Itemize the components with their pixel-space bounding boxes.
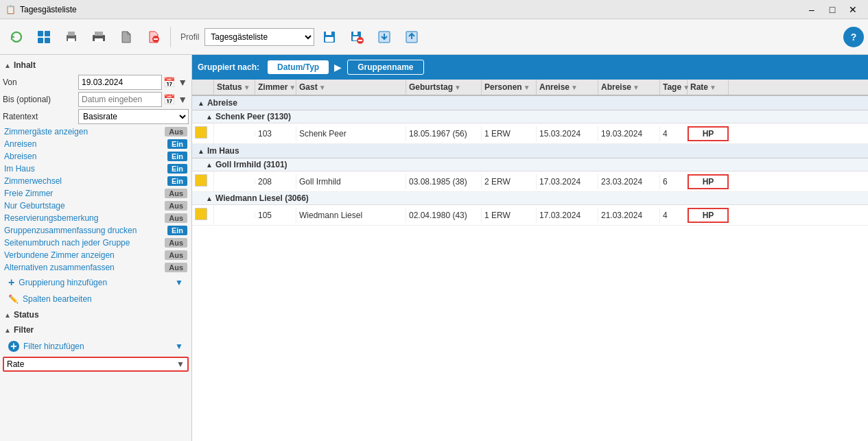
toggle-label-0[interactable]: Zimmergäste anzeigen — [4, 127, 165, 136]
toggle-state-1[interactable]: Ein — [167, 139, 187, 149]
toggle-label-9[interactable]: Seitenumbruch nach jeder Gruppe — [4, 238, 165, 248]
toggle-label-10[interactable]: Verbundene Zimmer anzeigen — [4, 250, 165, 260]
group-0: ▲ Abreise▲ Schenk Peer (3130) 103 Schenk… — [192, 96, 868, 144]
content-area: Gruppiert nach: Datum/Typ ▶ Gruppenname … — [192, 55, 868, 441]
toggle-state-10[interactable]: Aus — [165, 250, 187, 260]
group-btn-name[interactable]: Gruppenname — [347, 60, 423, 75]
bis-input[interactable] — [78, 92, 162, 107]
td-color-1-0-0 — [192, 171, 214, 191]
add-group-button[interactable]: + Gruppierung hinzufügen ▼ — [3, 274, 189, 291]
toggle-state-7[interactable]: Aus — [165, 213, 187, 223]
group-header-1[interactable]: ▲ Im Haus — [192, 144, 868, 158]
group-btn-datum[interactable]: Datum/Typ — [268, 60, 329, 74]
filter-section-label: Filter — [14, 325, 34, 335]
td-tage-1-1-0: 4 — [660, 208, 688, 223]
svg-rect-14 — [325, 37, 333, 42]
minimize-button[interactable]: – — [802, 3, 821, 16]
filter-section-header[interactable]: ▲ Filter — [3, 322, 189, 337]
toggle-state-2[interactable]: Ein — [167, 152, 187, 161]
status-collapse-icon: ▲ — [4, 311, 11, 319]
print-button[interactable] — [59, 25, 84, 49]
help-button[interactable]: ? — [843, 27, 864, 47]
svg-rect-3 — [45, 38, 50, 43]
profil-label: Profil — [180, 32, 199, 42]
subgroup-1-0[interactable]: ▲ Goll Irmhild (3101) — [192, 158, 868, 171]
svg-rect-2 — [38, 38, 43, 43]
file-button[interactable] — [114, 25, 139, 49]
status-filter-icon[interactable]: ▼ — [244, 84, 250, 91]
td-rate-0-0-0: HP — [688, 126, 729, 141]
ratentext-select[interactable]: Basisrate — [78, 109, 189, 124]
rate-value-1-1-0: HP — [703, 211, 714, 220]
gast-filter-icon[interactable]: ▼ — [319, 84, 326, 91]
toggle-state-5[interactable]: Aus — [165, 189, 187, 198]
toggle-state-9[interactable]: Aus — [165, 238, 187, 248]
bis-filter-icon[interactable]: ▼ — [176, 93, 189, 106]
toggle-state-3[interactable]: Ein — [167, 164, 187, 174]
toggle-label-6[interactable]: Nur Geburtstage — [4, 201, 165, 211]
table-row[interactable]: 103 Schenk Peer 18.05.1967 (56) 1 ERW 15… — [192, 123, 868, 144]
svg-rect-1 — [45, 31, 50, 36]
von-calendar-icon[interactable]: 📅 — [162, 75, 176, 89]
maximize-button[interactable]: □ — [823, 3, 842, 16]
col-indicator — [192, 80, 214, 95]
table-row[interactable]: 208 Goll Irmhild 03.08.1985 (38) 2 ERW 1… — [192, 171, 868, 192]
bis-calendar-icon[interactable]: 📅 — [162, 93, 176, 106]
toggle-label-5[interactable]: Freie Zimmer — [4, 189, 165, 198]
subgroup-1-1[interactable]: ▲ Wiedmann Liesel (3066) — [192, 192, 868, 205]
sidebar: ▲ Inhalt Von 📅 ▼ Bis (optional) 📅 ▼ Rate… — [0, 55, 192, 441]
add-filter-button[interactable]: + Filter hinzufügen ▼ — [3, 339, 189, 354]
group-nav-label: Gruppiert nach: — [198, 62, 259, 72]
table-row[interactable]: 105 Wiedmann Liesel 02.04.1980 (43) 1 ER… — [192, 205, 868, 226]
toggle-label-8[interactable]: Gruppenzusammenfassung drucken — [4, 226, 167, 235]
rate-filter-dropdown[interactable]: Rate ▼ — [3, 357, 189, 372]
td-abreise-0-0-0: 19.03.2024 — [598, 126, 660, 141]
close-button[interactable]: ✕ — [843, 3, 863, 16]
toggle-state-6[interactable]: Aus — [165, 201, 187, 211]
td-anreise-0-0-0: 15.03.2024 — [537, 126, 598, 141]
grid-button[interactable] — [32, 25, 56, 49]
abreise-filter-icon[interactable]: ▼ — [633, 84, 640, 91]
toggle-label-11[interactable]: Alternativen zusammenfassen — [4, 263, 165, 272]
toggle-state-4[interactable]: Ein — [167, 176, 187, 186]
toggle-label-3[interactable]: Im Haus — [4, 164, 167, 174]
status-section-header[interactable]: ▲ Status — [3, 307, 189, 322]
group-arrow-icon[interactable]: ▶ — [334, 62, 342, 73]
svg-rect-6 — [68, 38, 75, 42]
von-input[interactable] — [78, 75, 162, 90]
ratentext-label: Ratentext — [3, 112, 78, 121]
toggle-state-11[interactable]: Aus — [165, 263, 187, 272]
toggle-label-4[interactable]: Zimmerwechsel — [4, 176, 167, 186]
toggle-label-7[interactable]: Reservierungsbemerkung — [4, 213, 165, 223]
subgroup-0-0[interactable]: ▲ Schenk Peer (3130) — [192, 110, 868, 123]
inhalt-section-header[interactable]: ▲ Inhalt — [3, 58, 189, 73]
von-filter-icon[interactable]: ▼ — [176, 75, 189, 89]
delete-button[interactable] — [141, 25, 166, 49]
save-as-button[interactable] — [344, 25, 369, 49]
anreise-filter-icon[interactable]: ▼ — [571, 84, 578, 91]
td-tage-1-0-0: 6 — [660, 174, 688, 189]
group-header-0[interactable]: ▲ Abreise — [192, 96, 868, 110]
import-button[interactable] — [399, 25, 424, 49]
td-rate-1-0-0: HP — [688, 174, 729, 189]
svg-rect-0 — [38, 31, 43, 36]
rate-filter-col-icon[interactable]: ▼ — [709, 84, 716, 91]
toggle-state-8[interactable]: Ein — [167, 226, 187, 235]
personen-filter-icon[interactable]: ▼ — [524, 84, 530, 91]
save-button[interactable] — [317, 25, 342, 49]
export-button[interactable] — [372, 25, 397, 49]
inhalt-collapse-icon: ▲ — [4, 62, 11, 69]
zimmer-filter-icon[interactable]: ▼ — [289, 84, 296, 91]
toggle-state-0[interactable]: Aus — [165, 127, 187, 136]
toggle-label-2[interactable]: Abreisen — [4, 152, 167, 161]
geburtstag-filter-icon[interactable]: ▼ — [454, 84, 461, 91]
von-label: Von — [3, 78, 78, 87]
group-1: ▲ Im Haus▲ Goll Irmhild (3101) 208 Goll … — [192, 144, 868, 226]
col-gast: Gast ▼ — [296, 80, 406, 95]
edit-cols-button[interactable]: ✏️ Spalten bearbeiten — [3, 292, 189, 306]
toggle-label-1[interactable]: Anreisen — [4, 139, 167, 149]
profil-select[interactable]: Tagesgästeliste — [204, 28, 314, 46]
refresh-button[interactable] — [4, 25, 29, 49]
printer2-button[interactable] — [86, 25, 111, 49]
subgroup-collapse-icon-1-0: ▲ — [206, 161, 213, 169]
